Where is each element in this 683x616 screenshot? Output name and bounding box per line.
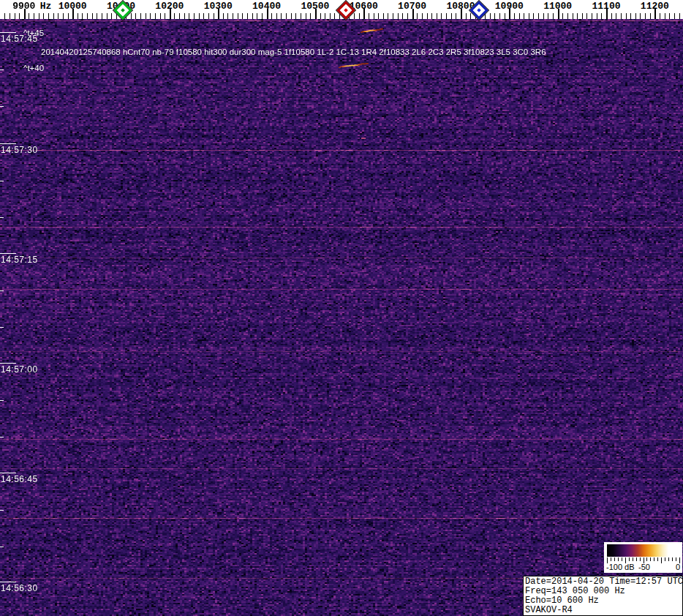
time-tick-label: 14:57:00	[1, 364, 38, 375]
time-tick-label: 14:57:30	[1, 145, 38, 155]
freq-minor-tick	[383, 13, 384, 19]
freq-minor-tick	[155, 13, 156, 19]
freq-minor-tick	[437, 13, 437, 19]
colorbar-tick	[672, 557, 673, 561]
colorbar-tick	[665, 557, 665, 561]
info-station-id: SVAKOV-R4	[525, 606, 681, 615]
freq-minor-tick	[140, 13, 141, 19]
freq-minor-tick	[330, 13, 331, 19]
freq-tick-label: 11100	[592, 1, 620, 12]
freq-minor-tick	[295, 13, 296, 19]
freq-minor-tick	[135, 13, 136, 19]
freq-minor-tick	[665, 13, 665, 19]
freq-minor-tick	[131, 13, 132, 19]
freq-minor-tick	[92, 13, 93, 19]
freq-minor-tick	[214, 13, 214, 19]
station-info-box: Date=2014-04-20 Time=12:57 UTC Freq=143 …	[523, 576, 683, 616]
freq-minor-tick	[242, 13, 243, 19]
freq-tick-label: 11000	[543, 1, 572, 12]
freq-minor-tick	[669, 13, 670, 19]
freq-minor-tick	[199, 13, 200, 19]
freq-minor-tick	[39, 13, 39, 19]
freq-minor-tick	[505, 13, 505, 19]
freq-minor-tick	[470, 13, 471, 19]
colorbar-tick	[679, 557, 680, 563]
freq-minor-tick	[456, 13, 456, 19]
freq-minor-tick	[431, 13, 432, 19]
freq-minor-tick	[58, 13, 59, 19]
colorbar-tick	[607, 557, 608, 563]
freq-minor-tick	[567, 13, 568, 19]
annotation-t-plus-40: ^t+40	[23, 64, 44, 72]
freq-minor-tick	[533, 13, 534, 19]
freq-minor-tick	[582, 13, 583, 19]
freq-minor-tick	[548, 13, 548, 19]
freq-minor-tick	[150, 13, 151, 19]
freq-minor-tick	[640, 13, 641, 19]
freq-minor-tick	[82, 13, 83, 19]
freq-minor-tick	[441, 13, 442, 19]
freq-minor-tick	[611, 13, 612, 19]
freq-minor-tick	[286, 13, 287, 19]
freq-minor-tick	[524, 13, 524, 19]
colorbar-tick	[650, 557, 651, 561]
freq-minor-tick	[306, 13, 306, 19]
freq-minor-tick	[233, 13, 233, 19]
freq-minor-tick	[184, 13, 185, 19]
colorbar-tick	[629, 557, 630, 561]
freq-minor-tick	[499, 13, 500, 19]
frequency-ruler[interactable]: Hz 9900100001010010200103001040010500106…	[0, 0, 683, 19]
colorbar-tick	[676, 557, 676, 561]
colorbar-tick	[636, 557, 637, 561]
freq-minor-tick	[393, 13, 393, 19]
spectrogram-waterfall-canvas[interactable]	[0, 19, 683, 616]
freq-minor-tick	[543, 13, 544, 19]
freq-minor-tick	[514, 13, 515, 19]
freq-minor-tick	[208, 13, 209, 19]
freq-minor-tick	[257, 13, 257, 19]
freq-minor-tick	[446, 13, 447, 19]
red-diamond-marker-dot	[344, 8, 348, 12]
freq-tick-label: 10900	[495, 1, 524, 12]
freq-minor-tick	[146, 13, 146, 19]
time-tick-label: 14:57:45	[1, 34, 38, 44]
colorbar-tick	[633, 557, 633, 561]
freq-minor-tick	[281, 13, 282, 19]
freq-minor-tick	[519, 13, 520, 19]
colorbar-max-label: 0	[676, 563, 680, 571]
freq-minor-tick	[402, 13, 403, 19]
time-minor-tick	[0, 327, 4, 328]
time-minor-tick	[0, 106, 4, 107]
freq-minor-tick	[586, 13, 587, 19]
freq-minor-tick	[359, 13, 360, 19]
freq-minor-tick	[291, 13, 292, 19]
freq-minor-tick	[650, 13, 651, 19]
frequency-unit-label: Hz	[40, 1, 52, 12]
green-diamond-marker-dot	[121, 8, 125, 12]
colorbar-tick	[668, 557, 669, 561]
time-minor-tick	[0, 400, 4, 401]
colorbar-tick	[644, 557, 644, 563]
time-minor-tick	[0, 217, 4, 218]
freq-tick-label: 10300	[204, 1, 233, 12]
db-colorbar-legend: -100 dB -50 0	[604, 542, 682, 573]
freq-minor-tick	[310, 13, 311, 19]
colorbar-mid-label: -50	[638, 563, 650, 571]
freq-minor-tick	[451, 13, 452, 19]
freq-minor-tick	[238, 13, 238, 19]
time-major-tick	[0, 582, 16, 582]
freq-minor-tick	[334, 13, 335, 19]
freq-minor-tick	[107, 13, 107, 19]
freq-minor-tick	[320, 13, 321, 19]
time-minor-tick	[0, 70, 4, 70]
freq-minor-tick	[407, 13, 408, 19]
time-minor-tick	[0, 290, 4, 291]
freq-minor-tick	[422, 13, 423, 19]
freq-minor-tick	[68, 13, 69, 19]
freq-minor-tick	[660, 13, 660, 19]
freq-minor-tick	[378, 13, 379, 19]
freq-minor-tick	[490, 13, 491, 19]
freq-minor-tick	[15, 13, 15, 19]
freq-tick-label: 10200	[155, 1, 184, 12]
colorbar-min-label: -100 dB	[606, 563, 635, 571]
